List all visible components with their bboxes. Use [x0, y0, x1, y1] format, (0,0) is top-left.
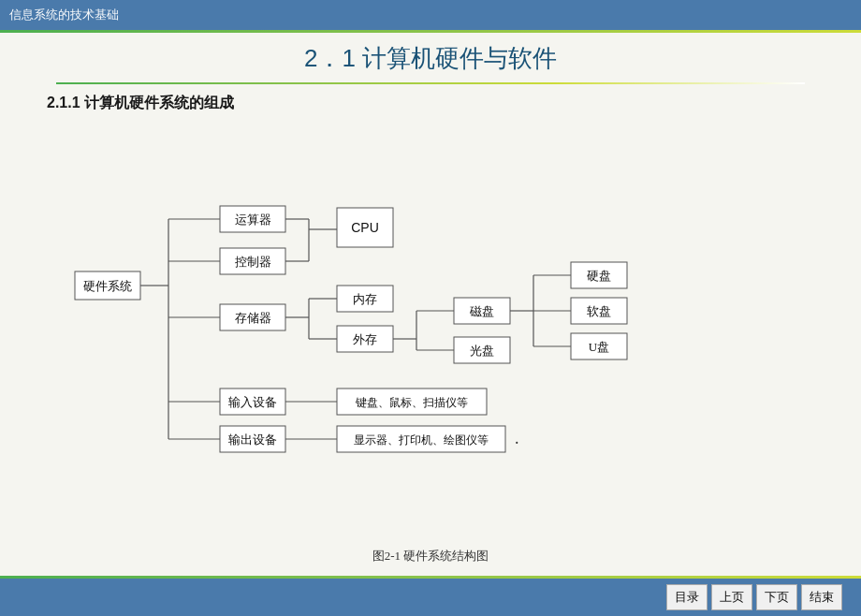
top-bar: 信息系统的技术基础 — [0, 0, 861, 30]
fig-caption: 图2-1 硬件系统结构图 — [0, 548, 861, 565]
svg-rect-11 — [220, 248, 285, 274]
svg-rect-37 — [454, 298, 510, 324]
diagram: 硬件系统 运算器 控制器 存储器 输入设备 — [47, 131, 814, 524]
svg-rect-29 — [337, 286, 393, 312]
svg-text:磁盘: 磁盘 — [469, 304, 494, 318]
svg-rect-13 — [220, 304, 285, 330]
svg-text:光盘: 光盘 — [470, 344, 494, 358]
nav-btn-end[interactable]: 结束 — [801, 584, 842, 610]
connector-svg: 硬件系统 运算器 控制器 存储器 输入设备 — [47, 131, 814, 524]
svg-text:软盘: 软盘 — [587, 304, 611, 318]
nav-btn-contents[interactable]: 目录 — [666, 584, 708, 610]
nav-btn-next[interactable]: 下页 — [756, 584, 797, 610]
svg-text:输出设备: 输出设备 — [228, 433, 277, 447]
svg-rect-50 — [571, 333, 627, 359]
slide: 信息系统的技术基础 2．1 计算机硬件与软件 2.1.1 计算机硬件系统的组成 … — [0, 0, 861, 616]
svg-text:CPU: CPU — [351, 220, 379, 235]
svg-rect-39 — [454, 337, 510, 363]
svg-rect-56 — [337, 426, 505, 452]
nav-btn-prev[interactable]: 上页 — [711, 584, 752, 610]
nav-buttons: 目录 上页 下页 结束 — [666, 584, 842, 610]
svg-text:存储器: 存储器 — [235, 311, 271, 325]
svg-rect-9 — [220, 206, 285, 232]
svg-text:.: . — [515, 429, 519, 447]
section-title: 2．1 计算机硬件与软件 — [0, 42, 861, 75]
svg-rect-0 — [75, 271, 140, 300]
subsection-title: 2.1.1 计算机硬件系统的组成 — [47, 94, 234, 113]
svg-text:键盘、鼠标、扫描仪等: 键盘、鼠标、扫描仪等 — [355, 396, 468, 409]
svg-text:内存: 内存 — [353, 292, 377, 306]
top-title: 信息系统的技术基础 — [9, 7, 119, 23]
svg-rect-17 — [220, 426, 285, 452]
svg-text:硬盘: 硬盘 — [587, 269, 611, 283]
svg-text:控制器: 控制器 — [235, 255, 271, 269]
svg-rect-48 — [571, 298, 627, 324]
svg-rect-53 — [337, 389, 487, 415]
svg-text:U盘: U盘 — [589, 340, 609, 354]
svg-rect-46 — [571, 262, 627, 288]
title-underline — [56, 82, 805, 84]
top-green-line — [0, 30, 861, 33]
svg-rect-15 — [220, 389, 285, 415]
svg-text:外存: 外存 — [353, 332, 377, 346]
svg-rect-31 — [337, 326, 393, 352]
svg-text:运算器: 运算器 — [235, 213, 271, 227]
svg-rect-23 — [337, 208, 393, 247]
svg-text:显示器、打印机、绘图仪等: 显示器、打印机、绘图仪等 — [354, 433, 489, 447]
svg-text:输入设备: 输入设备 — [228, 395, 277, 409]
svg-text:硬件系统: 硬件系统 — [83, 279, 132, 293]
